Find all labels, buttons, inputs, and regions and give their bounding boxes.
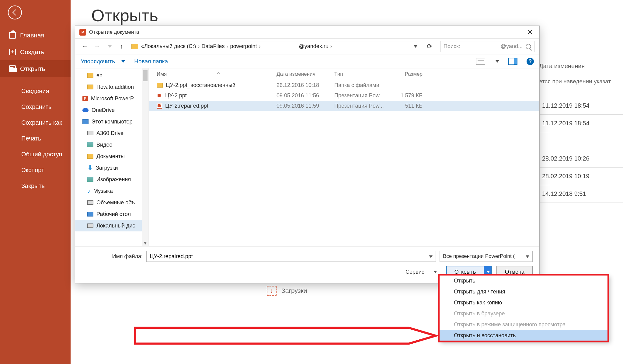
downloads-icon: ⬇ [87,164,93,172]
menu-item[interactable]: Открыть и восстановить [439,330,608,341]
nav-back-button[interactable]: ← [80,42,90,51]
file-name: ЦУ-2.ppt [165,92,187,99]
tree-label: Документы [96,153,125,160]
tree-item[interactable]: Локальный дис [75,220,148,231]
menu-item[interactable]: Открыть [439,275,608,286]
view-dropdown[interactable] [494,59,499,64]
tree-item[interactable]: How.to.addition [75,81,148,93]
scroll-down-icon[interactable]: ▾ [142,240,148,246]
tree-item[interactable]: PMicrosoft PowerP [75,93,148,104]
search-icon [526,44,531,49]
search-input[interactable]: Поиск: @yand... [440,41,534,52]
tree-item[interactable]: en [75,70,148,81]
nav-new[interactable]: Создать [0,43,71,60]
back-button[interactable] [8,5,22,19]
recent-date: 28.02.2019 10:26 [539,150,623,168]
tree-label: Объемные объ [96,199,135,206]
folder-icon [131,44,138,49]
tools-button[interactable]: Сервис [405,269,437,275]
menu-item[interactable]: Открыть как копию [439,297,608,308]
recent-date: 14.12.2018 9:51 [539,185,623,203]
tree-label: OneDrive [92,107,115,113]
scroll-thumb[interactable] [143,70,148,81]
column-date[interactable]: Дата изменения [277,71,334,77]
column-size[interactable]: Размер [392,71,429,77]
dialog-title: Открытие документа [89,29,523,35]
file-row[interactable]: ЦУ-2.ppt_восстановленный26.12.2016 10:18… [149,80,539,90]
new-folder-button[interactable]: Новая папка [134,58,168,65]
close-button[interactable]: ✕ [523,27,537,37]
nav-recent-dropdown[interactable] [104,42,114,51]
file-size: 1 579 КБ [392,92,429,99]
file-size: 511 КБ [392,103,429,109]
help-button[interactable]: ? [527,58,534,65]
column-type[interactable]: Тип [334,71,392,77]
folder-tree[interactable]: enHow.to.additionPMicrosoft PowerPOneDri… [75,68,149,246]
nav-label: Главная [20,32,44,39]
nav-save[interactable]: Сохранить [0,99,71,115]
view-mode-button[interactable] [476,58,485,65]
filename-input[interactable]: ЦУ-2.repaired.ppt [146,251,436,262]
file-name: ЦУ-2.ppt_восстановленный [166,82,235,88]
breadcrumb-path[interactable]: « Локальный диск (C:)› DataFiles› powerp… [129,41,420,52]
nav-home[interactable]: Главная [0,27,71,43]
tree-item[interactable]: Документы [75,151,148,162]
location-label: Загрузки [281,287,307,294]
file-list-header[interactable]: Имя^ Дата изменения Тип Размер [149,68,539,80]
preview-pane-button[interactable] [508,58,517,65]
tree-item[interactable]: Видео [75,139,148,151]
annotation-arrow [135,327,436,345]
tree-item[interactable]: Объемные объ [75,197,148,208]
this-pc-icon [82,119,89,124]
file-type-filter[interactable]: Все презентации PowerPoint ( [440,251,533,262]
tree-item[interactable]: OneDrive [75,104,148,116]
column-name[interactable]: Имя^ [149,71,277,77]
tree-item[interactable]: Этот компьютер [75,116,148,127]
chevron-down-icon[interactable] [412,43,417,50]
file-name: ЦУ-2.repaired.ppt [165,103,208,109]
nav-export[interactable]: Экспорт [0,162,71,178]
nav-close[interactable]: Закрыть [0,178,71,194]
chevron-down-icon [524,253,529,259]
menu-item[interactable]: Открыть для чтения [439,286,608,297]
powerpoint-icon: P [82,96,88,101]
nav-share[interactable]: Общий доступ [0,146,71,162]
nav-info[interactable]: Сведения [0,83,71,99]
open-file-dialog: P Открытие документа ✕ ← → ↑ « Локальный… [75,26,540,283]
tree-item[interactable]: Рабочий стол [75,208,148,220]
home-icon [9,32,16,39]
folder-icon [87,154,93,159]
menu-item: Открыть в браузере [439,308,608,319]
nav-forward-button[interactable]: → [92,42,102,51]
location-downloads[interactable]: ↓ Загрузки [267,286,307,296]
file-row[interactable]: ЦУ-2.repaired.ppt09.05.2016 11:59Презент… [149,101,539,111]
refresh-button[interactable]: ⟳ [424,41,435,52]
file-date: 09.05.2016 11:59 [277,103,334,109]
tree-item[interactable]: Изображения [75,174,148,185]
tree-item[interactable]: A360 Drive [75,127,148,139]
tree-item[interactable]: ♪Музыка [75,185,148,197]
organize-button[interactable]: Упорядочить [81,58,125,65]
file-row[interactable]: ЦУ-2.ppt09.05.2016 11:56Презентация Pow.… [149,90,539,101]
file-date: 26.12.2016 10:18 [277,82,334,88]
tree-label: Загрузки [96,165,118,171]
open-dropdown-menu: ОткрытьОткрыть для чтенияОткрыть как коп… [439,275,608,341]
nav-up-button[interactable]: ↑ [117,42,126,51]
nav-print[interactable]: Печать [0,130,71,146]
nav-label: Создать [20,48,44,56]
tree-label: How.to.addition [96,84,134,90]
nav-label: Открыть [20,65,45,72]
file-date: 09.05.2016 11:56 [277,92,334,99]
recent-date-header: Дата изменения [539,63,623,70]
pictures-icon [87,177,93,182]
nav-saveas[interactable]: Сохранить как [0,115,71,130]
backstage-sidebar: Главная Создать Открыть Сведения Сохрани… [0,0,71,364]
tree-scrollbar[interactable]: ▴ ▾ [142,68,148,246]
recent-files-date-column: Дата изменения ется при наведении указат… [539,63,623,203]
tree-item[interactable]: ⬇Загрузки [75,162,148,174]
chevron-down-icon[interactable] [428,253,433,260]
nav-open[interactable]: Открыть [0,60,71,77]
pictures-icon [87,142,93,147]
file-type: Папка с файлами [334,82,392,88]
open-icon [9,65,16,72]
